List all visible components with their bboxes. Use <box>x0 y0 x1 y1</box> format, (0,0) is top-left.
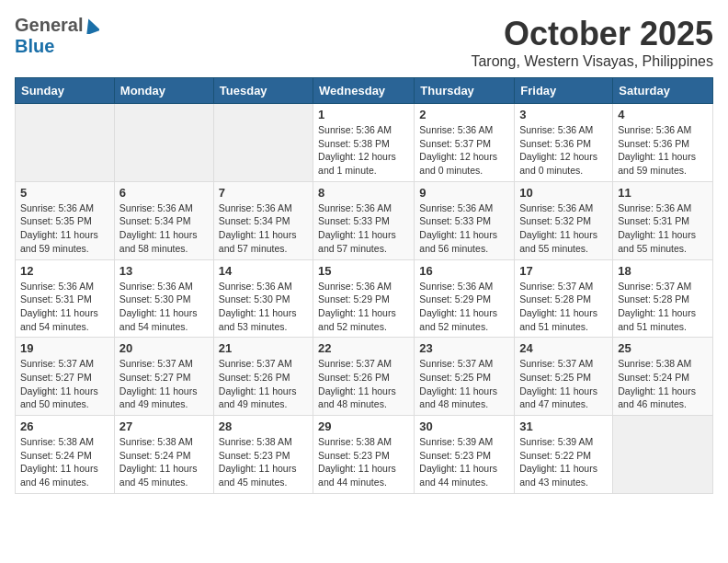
day-number: 19 <box>20 341 109 355</box>
day-info: Sunrise: 5:38 AMSunset: 5:24 PMDaylight:… <box>20 435 109 489</box>
day-info: Sunrise: 5:36 AMSunset: 5:31 PMDaylight:… <box>20 280 109 334</box>
weekday-header-tuesday: Tuesday <box>213 78 313 104</box>
calendar-cell <box>213 104 313 182</box>
day-info: Sunrise: 5:36 AMSunset: 5:32 PMDaylight:… <box>519 201 608 256</box>
day-info: Sunrise: 5:36 AMSunset: 5:33 PMDaylight:… <box>419 201 509 256</box>
calendar-cell: 20Sunrise: 5:37 AMSunset: 5:27 PMDayligh… <box>114 338 213 416</box>
calendar-cell: 11Sunrise: 5:36 AMSunset: 5:31 PMDayligh… <box>613 181 713 259</box>
calendar-cell: 17Sunrise: 5:37 AMSunset: 5:28 PMDayligh… <box>515 259 613 338</box>
logo-icon <box>83 17 99 34</box>
day-info: Sunrise: 5:39 AMSunset: 5:22 PMDaylight:… <box>519 435 608 489</box>
title-area: October 2025 Tarong, Western Visayas, Ph… <box>471 15 713 70</box>
day-number: 8 <box>318 186 409 200</box>
week-row-2: 5Sunrise: 5:36 AMSunset: 5:35 PMDaylight… <box>16 181 713 259</box>
day-info: Sunrise: 5:37 AMSunset: 5:26 PMDaylight:… <box>318 357 409 411</box>
calendar-cell: 3Sunrise: 5:36 AMSunset: 5:36 PMDaylight… <box>515 104 613 182</box>
logo: General Blue <box>15 15 99 57</box>
calendar-cell: 24Sunrise: 5:37 AMSunset: 5:25 PMDayligh… <box>515 338 613 416</box>
weekday-header-sunday: Sunday <box>16 78 115 104</box>
day-info: Sunrise: 5:37 AMSunset: 5:25 PMDaylight:… <box>419 357 509 411</box>
day-info: Sunrise: 5:36 AMSunset: 5:38 PMDaylight:… <box>318 123 409 178</box>
day-info: Sunrise: 5:37 AMSunset: 5:26 PMDaylight:… <box>219 357 308 411</box>
day-number: 17 <box>519 264 608 278</box>
weekday-header-row: SundayMondayTuesdayWednesdayThursdayFrid… <box>16 78 713 104</box>
day-number: 22 <box>318 341 409 355</box>
day-info: Sunrise: 5:36 AMSunset: 5:37 PMDaylight:… <box>419 123 509 178</box>
day-info: Sunrise: 5:36 AMSunset: 5:29 PMDaylight:… <box>318 280 409 334</box>
week-row-4: 19Sunrise: 5:37 AMSunset: 5:27 PMDayligh… <box>16 338 713 416</box>
calendar-cell: 30Sunrise: 5:39 AMSunset: 5:23 PMDayligh… <box>415 416 515 494</box>
calendar-cell: 21Sunrise: 5:37 AMSunset: 5:26 PMDayligh… <box>213 338 313 416</box>
day-info: Sunrise: 5:37 AMSunset: 5:28 PMDaylight:… <box>519 280 608 334</box>
day-info: Sunrise: 5:36 AMSunset: 5:33 PMDaylight:… <box>318 201 409 256</box>
calendar-cell: 10Sunrise: 5:36 AMSunset: 5:32 PMDayligh… <box>515 181 613 259</box>
day-info: Sunrise: 5:36 AMSunset: 5:31 PMDaylight:… <box>618 201 708 256</box>
day-number: 18 <box>618 264 708 278</box>
day-number: 24 <box>519 341 608 355</box>
calendar-cell: 18Sunrise: 5:37 AMSunset: 5:28 PMDayligh… <box>613 259 713 338</box>
calendar-cell: 26Sunrise: 5:38 AMSunset: 5:24 PMDayligh… <box>16 416 115 494</box>
day-info: Sunrise: 5:36 AMSunset: 5:30 PMDaylight:… <box>119 280 209 334</box>
weekday-header-thursday: Thursday <box>415 78 515 104</box>
day-number: 11 <box>618 186 708 200</box>
location-title: Tarong, Western Visayas, Philippines <box>471 53 713 70</box>
day-number: 14 <box>219 264 308 278</box>
day-info: Sunrise: 5:38 AMSunset: 5:23 PMDaylight:… <box>219 435 308 489</box>
month-title: October 2025 <box>471 15 713 53</box>
weekday-header-wednesday: Wednesday <box>313 78 415 104</box>
calendar-cell: 2Sunrise: 5:36 AMSunset: 5:37 PMDaylight… <box>415 104 515 182</box>
header: General Blue October 2025 Tarong, Wester… <box>15 15 713 70</box>
day-number: 12 <box>20 264 109 278</box>
week-row-5: 26Sunrise: 5:38 AMSunset: 5:24 PMDayligh… <box>16 416 713 494</box>
logo-blue: Blue <box>15 36 54 56</box>
day-info: Sunrise: 5:37 AMSunset: 5:27 PMDaylight:… <box>20 357 109 411</box>
day-number: 6 <box>119 186 209 200</box>
calendar-cell: 19Sunrise: 5:37 AMSunset: 5:27 PMDayligh… <box>16 338 115 416</box>
calendar-cell: 5Sunrise: 5:36 AMSunset: 5:35 PMDaylight… <box>16 181 115 259</box>
svg-marker-0 <box>83 17 99 34</box>
day-number: 25 <box>618 341 708 355</box>
day-number: 29 <box>318 419 409 433</box>
day-info: Sunrise: 5:37 AMSunset: 5:25 PMDaylight:… <box>519 357 608 411</box>
day-number: 2 <box>419 108 509 121</box>
day-number: 31 <box>519 419 608 433</box>
calendar-cell: 23Sunrise: 5:37 AMSunset: 5:25 PMDayligh… <box>415 338 515 416</box>
calendar-cell: 28Sunrise: 5:38 AMSunset: 5:23 PMDayligh… <box>213 416 313 494</box>
day-number: 28 <box>219 419 308 433</box>
day-number: 1 <box>318 108 409 121</box>
calendar-cell: 8Sunrise: 5:36 AMSunset: 5:33 PMDaylight… <box>313 181 415 259</box>
day-info: Sunrise: 5:39 AMSunset: 5:23 PMDaylight:… <box>419 435 509 489</box>
day-info: Sunrise: 5:37 AMSunset: 5:27 PMDaylight:… <box>119 357 209 411</box>
day-info: Sunrise: 5:36 AMSunset: 5:35 PMDaylight:… <box>20 201 109 256</box>
day-number: 9 <box>419 186 509 200</box>
calendar-cell: 4Sunrise: 5:36 AMSunset: 5:36 PMDaylight… <box>613 104 713 182</box>
day-number: 5 <box>20 186 109 200</box>
day-number: 30 <box>419 419 509 433</box>
day-number: 20 <box>119 341 209 355</box>
day-number: 21 <box>219 341 308 355</box>
calendar-cell: 14Sunrise: 5:36 AMSunset: 5:30 PMDayligh… <box>213 259 313 338</box>
weekday-header-friday: Friday <box>515 78 613 104</box>
day-number: 13 <box>119 264 209 278</box>
calendar-cell <box>114 104 213 182</box>
day-number: 23 <box>419 341 509 355</box>
calendar-cell: 22Sunrise: 5:37 AMSunset: 5:26 PMDayligh… <box>313 338 415 416</box>
day-info: Sunrise: 5:36 AMSunset: 5:36 PMDaylight:… <box>618 123 708 178</box>
day-number: 27 <box>119 419 209 433</box>
day-info: Sunrise: 5:37 AMSunset: 5:28 PMDaylight:… <box>618 280 708 334</box>
day-number: 3 <box>519 108 608 121</box>
calendar-cell: 29Sunrise: 5:38 AMSunset: 5:23 PMDayligh… <box>313 416 415 494</box>
day-number: 16 <box>419 264 509 278</box>
calendar-cell: 31Sunrise: 5:39 AMSunset: 5:22 PMDayligh… <box>515 416 613 494</box>
day-info: Sunrise: 5:38 AMSunset: 5:23 PMDaylight:… <box>318 435 409 489</box>
day-info: Sunrise: 5:38 AMSunset: 5:24 PMDaylight:… <box>119 435 209 489</box>
calendar-cell: 15Sunrise: 5:36 AMSunset: 5:29 PMDayligh… <box>313 259 415 338</box>
calendar-cell: 7Sunrise: 5:36 AMSunset: 5:34 PMDaylight… <box>213 181 313 259</box>
calendar-cell: 1Sunrise: 5:36 AMSunset: 5:38 PMDaylight… <box>313 104 415 182</box>
day-number: 26 <box>20 419 109 433</box>
calendar-cell: 9Sunrise: 5:36 AMSunset: 5:33 PMDaylight… <box>415 181 515 259</box>
calendar-cell: 12Sunrise: 5:36 AMSunset: 5:31 PMDayligh… <box>16 259 115 338</box>
week-row-3: 12Sunrise: 5:36 AMSunset: 5:31 PMDayligh… <box>16 259 713 338</box>
day-info: Sunrise: 5:36 AMSunset: 5:29 PMDaylight:… <box>419 280 509 334</box>
calendar-cell <box>16 104 115 182</box>
